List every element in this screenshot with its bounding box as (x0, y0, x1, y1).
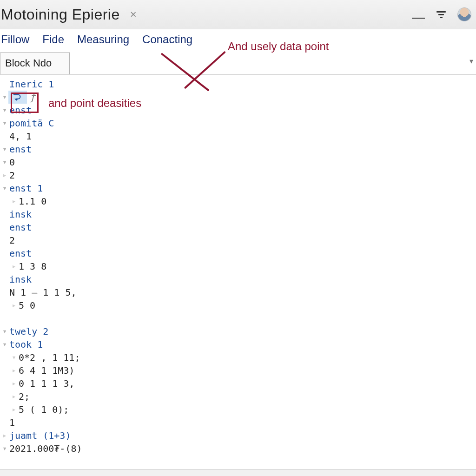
menu-bar: Fillow Fide Measuring Conacting (0, 29, 476, 50)
caret-icon[interactable]: ▾ (0, 117, 9, 130)
menu-fillow[interactable]: Fillow (0, 33, 36, 46)
caret-icon[interactable]: ▸ (9, 403, 19, 416)
tree-panel: Ineric 1 ▾ ƒ ▾ enst ▾ pomitä C ▾ 4, 1 (0, 75, 476, 469)
tree-row-16[interactable]: N 1 – 1 1 5, (0, 286, 476, 299)
status-bar (0, 469, 476, 476)
window-title: Motoining Epierie (0, 6, 120, 23)
tree-row-5[interactable]: ▾ enst (0, 143, 476, 156)
tree-row-3[interactable]: ▾ pomitä C (0, 117, 476, 130)
caret-icon[interactable]: ▾ (0, 143, 9, 156)
tab-label: Block Ndo (5, 57, 52, 69)
caret-icon[interactable]: ▾ (0, 156, 9, 169)
tree-row-11[interactable]: enst (0, 221, 476, 234)
tree-row-21[interactable]: ▸ 6 4 1 1M3) (0, 364, 476, 377)
tree-row-19[interactable]: ▾ took 1 (0, 338, 476, 351)
caret-icon[interactable]: ▸ (9, 260, 19, 273)
tree-row-17[interactable]: ▸ 5 0 (0, 299, 476, 312)
tab-close-button[interactable]: × (130, 9, 137, 20)
tree-row-25[interactable]: 1 (0, 416, 476, 429)
tree-row-12[interactable]: 2 (0, 234, 476, 247)
outline-tree[interactable]: Ineric 1 ▾ ƒ ▾ enst ▾ pomitä C ▾ 4, 1 (0, 75, 476, 455)
tree-row-24[interactable]: ▸ 5 ( 1 0); (0, 403, 476, 416)
caret-icon[interactable]: ▸ (0, 429, 9, 442)
menu-fide[interactable]: Fide (36, 33, 71, 46)
filter-icon[interactable] (436, 9, 446, 20)
highlighted-node-icon[interactable] (8, 91, 27, 104)
tree-row-2[interactable]: ▾ enst (0, 104, 476, 117)
tree-row-6[interactable]: ▾ 0 (0, 156, 476, 169)
blank-row (0, 312, 476, 325)
tree-row-7[interactable]: ▸ 2 (0, 169, 476, 182)
caret-icon[interactable]: ▸ (9, 299, 19, 312)
tree-row-8[interactable]: ▾ enst 1 (0, 182, 476, 195)
caret-icon[interactable]: ▾ (0, 338, 9, 351)
caret-icon[interactable]: ▾ (0, 325, 9, 338)
tree-row-9[interactable]: ▸ 1.1 0 (0, 195, 476, 208)
caret-icon[interactable]: ▾ (9, 351, 19, 364)
user-avatar[interactable] (457, 7, 471, 21)
menu-conacting[interactable]: Conacting (136, 33, 199, 46)
caret-icon[interactable]: ▾ (0, 442, 9, 455)
tree-row-15[interactable]: insk (0, 273, 476, 286)
tree-row-13[interactable]: enst (0, 247, 476, 260)
tree-row-4[interactable]: ▾ 4, 1 (0, 130, 476, 143)
caret-icon[interactable]: ▾ (0, 104, 9, 117)
app-window: And usely data point and point deasities… (0, 0, 476, 476)
tab-strip: Block Ndo ▾ (0, 50, 476, 75)
tree-row-20[interactable]: ▾ 0*2 , 1 11; (0, 351, 476, 364)
tree-row-10[interactable]: insk (0, 208, 476, 221)
toolbar-overflow-caret[interactable]: ▾ (469, 57, 473, 66)
tree-row-27[interactable]: ▾ 2021.000₮-(8) (0, 442, 476, 455)
titlebar-controls: — (412, 0, 471, 29)
title-bar: Motoining Epierie × — (0, 0, 476, 29)
tree-row-23[interactable]: ▸ 2; (0, 390, 476, 403)
fx-badge: ƒ (30, 91, 35, 104)
tree-row-14[interactable]: ▸ 1 3 8 (0, 260, 476, 273)
tree-row-26[interactable]: ▸ juamt (1+3) (0, 429, 476, 442)
menu-measuring[interactable]: Measuring (71, 33, 136, 46)
tree-row-0[interactable]: Ineric 1 (0, 78, 476, 91)
caret-icon[interactable]: ▸ (9, 390, 19, 403)
caret-icon[interactable]: ▸ (9, 364, 19, 377)
caret-icon[interactable]: ▸ (9, 195, 19, 208)
tab-block-ndo[interactable]: Block Ndo (0, 52, 70, 74)
tree-row-18[interactable]: ▾ twely 2 (0, 325, 476, 338)
tree-row-1[interactable]: ▾ ƒ (0, 91, 476, 104)
minimize-button[interactable]: — (412, 10, 425, 25)
caret-icon[interactable]: ▾ (0, 182, 9, 195)
caret-icon[interactable]: ▸ (9, 377, 19, 390)
tree-row-22[interactable]: ▸ 0 1 1 1 3, (0, 377, 476, 390)
caret-icon[interactable]: ▾ (0, 91, 9, 104)
caret-icon[interactable]: ▸ (0, 169, 9, 182)
